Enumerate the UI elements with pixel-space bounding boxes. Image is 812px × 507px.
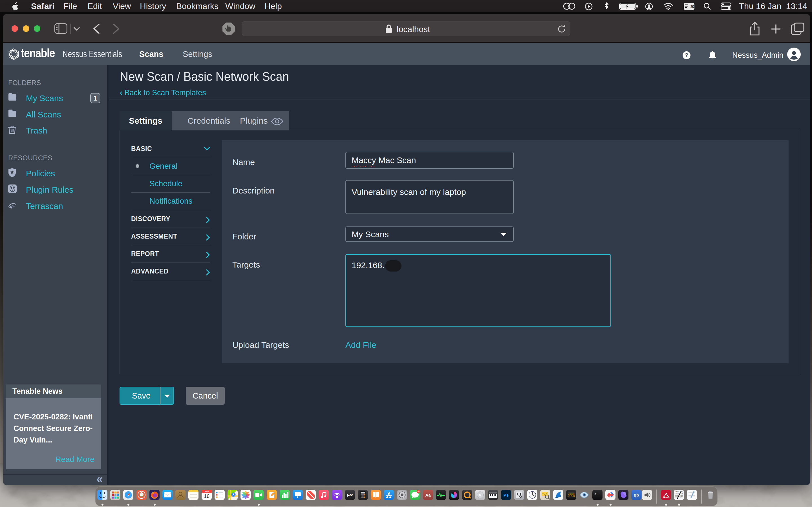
svg-text:16: 16 [417,490,420,493]
svg-text:Ps: Ps [504,493,509,497]
svg-text:⌘: ⌘ [690,4,694,9]
svg-text:16: 16 [204,494,209,499]
svg-text:JAN: JAN [205,490,209,492]
svg-text:AY 7:36: AY 7:36 [567,495,575,497]
svg-text:6894 9254: 6894 9254 [675,496,683,498]
svg-text:Aa: Aa [425,493,431,497]
svg-text:?: ? [685,52,688,58]
svg-text:qb: qb [634,493,639,497]
svg-text:>_: >_ [595,492,599,496]
svg-text:▶tv: ▶tv [347,493,353,497]
svg-text:WARNIN: WARNIN [568,493,574,495]
